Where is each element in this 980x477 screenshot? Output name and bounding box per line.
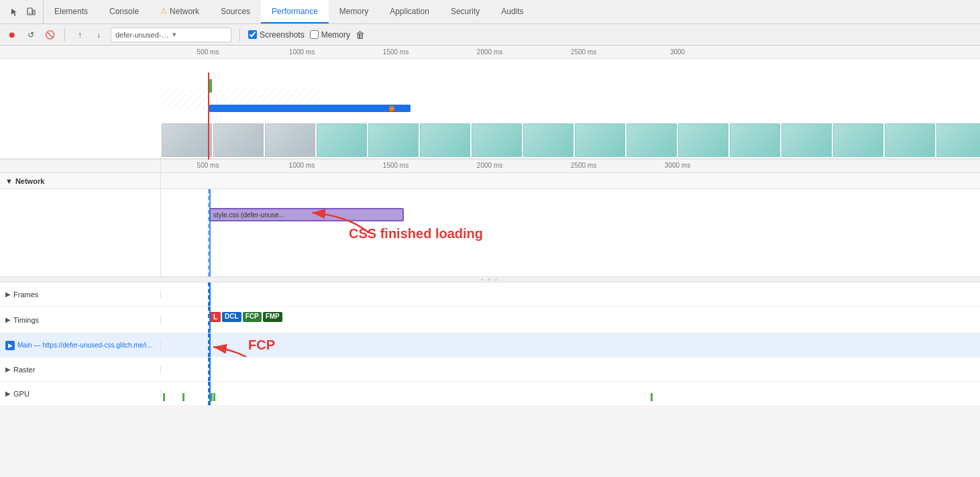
network-content: style.css (defer-unuse... CSS finishe xyxy=(0,189,980,276)
refresh-record-button[interactable]: ↺ xyxy=(24,28,38,42)
timings-blue-line xyxy=(209,307,211,333)
url-dropdown[interactable]: defer-unused-css.glitch.... ▾ xyxy=(111,28,231,42)
gpu-tick-5 xyxy=(651,393,653,401)
overview-time-ruler: 500 ms 1000 ms 1500 ms 2000 ms 2500 ms 3… xyxy=(0,46,980,59)
screenshot-thumb xyxy=(368,123,419,157)
tab-bar: Elements Console ⚠ Network Sources Perfo… xyxy=(0,0,980,24)
chevron-down-icon: ▾ xyxy=(172,30,227,39)
time-mark-2000: 2000 ms xyxy=(477,48,502,56)
network-left-panel xyxy=(0,189,161,276)
time-mark-2500: 2500 ms xyxy=(571,48,596,56)
detail-time-mark-1000: 1000 ms xyxy=(289,162,315,169)
gpu-tick-2 xyxy=(182,393,184,401)
orange-marker xyxy=(389,106,394,111)
stop-button[interactable]: 🚫 xyxy=(43,28,56,42)
detail-time-mark-500: 500 ms xyxy=(197,162,219,169)
tab-network[interactable]: ⚠ Network xyxy=(150,0,210,23)
overview-panel: 500 ms 1000 ms 1500 ms 2000 ms 2500 ms 3… xyxy=(0,46,980,160)
screenshot-thumb xyxy=(936,123,980,157)
frames-track: ▶ Frames xyxy=(0,282,980,307)
screenshot-thumb xyxy=(162,123,212,157)
frames-blue-line xyxy=(209,282,211,306)
network-right-panel: style.css (defer-unuse... CSS finishe xyxy=(161,189,980,276)
main-content: FCP xyxy=(161,333,980,357)
screenshot-thumb xyxy=(420,123,470,157)
raster-expand-icon[interactable]: ▶ xyxy=(5,366,11,373)
time-mark-3000: 3000 xyxy=(670,48,685,56)
detail-time-mark-1500: 1500 ms xyxy=(383,162,409,169)
download-button[interactable]: ↓ xyxy=(92,28,105,42)
svg-rect-4 xyxy=(161,89,322,109)
screenshot-thumb xyxy=(523,123,574,157)
tab-performance[interactable]: Performance xyxy=(261,0,329,23)
screenshot-thumb xyxy=(213,123,264,157)
main-label: ▶ Main — https://defer-unused-css.glitch… xyxy=(0,341,161,350)
gpu-label: ▶ GPU xyxy=(0,390,161,398)
raster-track: ▶ Raster xyxy=(0,358,980,382)
separator-2 xyxy=(239,28,240,42)
upload-button[interactable]: ↑ xyxy=(73,28,87,42)
screenshots-checkbox-label[interactable]: Screenshots xyxy=(248,30,305,40)
memory-checkbox[interactable] xyxy=(310,30,319,39)
selection-line xyxy=(209,189,211,276)
svg-rect-1 xyxy=(33,10,35,15)
tab-elements[interactable]: Elements xyxy=(44,0,99,23)
screenshots-checkbox[interactable] xyxy=(248,30,257,39)
resize-handle[interactable]: • • • xyxy=(0,276,980,282)
time-mark-500: 500 ms xyxy=(197,48,219,56)
cursor-icon[interactable] xyxy=(8,5,21,19)
gpu-content xyxy=(161,382,980,405)
screenshot-thumb xyxy=(627,123,677,157)
timings-track: ▶ Timings L DCL FCP FMP xyxy=(0,307,980,333)
network-section-header: ▼ Network xyxy=(0,173,980,189)
screenshot-thumb xyxy=(317,123,367,157)
gpu-tick-1 xyxy=(163,393,165,401)
badge-DCL: DCL xyxy=(222,312,241,322)
tab-memory[interactable]: Memory xyxy=(329,0,379,23)
device-icon[interactable] xyxy=(24,5,38,19)
detail-area: 500 ms 1000 ms 1500 ms 2000 ms 2500 ms 3… xyxy=(0,160,980,406)
warning-icon: ⚠ xyxy=(160,7,167,15)
raster-label: ▶ Raster xyxy=(0,366,161,374)
tab-audits[interactable]: Audits xyxy=(490,0,534,23)
gpu-blue-line xyxy=(209,382,211,405)
gpu-tick-3 xyxy=(211,393,213,401)
raster-content xyxy=(161,358,980,381)
screenshot-thumb xyxy=(781,123,832,157)
clear-button[interactable]: 🗑 xyxy=(356,30,365,40)
raster-blue-line xyxy=(209,358,211,381)
detail-time-mark-3000: 3000 ms xyxy=(665,162,690,169)
main-play-icon: ▶ xyxy=(5,341,15,350)
screenshot-thumb xyxy=(885,123,935,157)
tab-console[interactable]: Console xyxy=(99,0,150,23)
gpu-track: ▶ GPU xyxy=(0,382,980,406)
gpu-expand-icon[interactable]: ▶ xyxy=(5,390,11,397)
timings-content: L DCL FCP FMP xyxy=(161,307,980,333)
css-annotation xyxy=(295,196,376,238)
gpu-tick-4 xyxy=(213,393,215,401)
timings-label: ▶ Timings xyxy=(0,316,161,324)
memory-checkbox-label[interactable]: Memory xyxy=(310,30,350,40)
screenshots-strip xyxy=(161,123,980,160)
time-mark-1500: 1500 ms xyxy=(383,48,409,56)
devtools-icons xyxy=(3,0,44,23)
main-track: ▶ Main — https://defer-unused-css.glitch… xyxy=(0,333,980,358)
screenshot-thumb xyxy=(575,123,625,157)
separator-1 xyxy=(64,28,65,42)
record-button[interactable]: ⏺ xyxy=(5,28,19,42)
red-marker-line xyxy=(208,72,209,160)
performance-toolbar: ⏺ ↺ 🚫 ↑ ↓ defer-unused-css.glitch.... ▾ … xyxy=(0,24,980,46)
tab-security[interactable]: Security xyxy=(440,0,490,23)
badge-FMP: FMP xyxy=(263,312,282,322)
frames-expand-icon[interactable]: ▶ xyxy=(5,290,11,298)
frames-content xyxy=(161,282,980,306)
overview-tracks xyxy=(0,59,980,160)
network-expand-arrow[interactable]: ▼ xyxy=(5,177,13,185)
tab-application[interactable]: Application xyxy=(379,0,440,23)
detail-time-ruler: 500 ms 1000 ms 1500 ms 2000 ms 2500 ms 3… xyxy=(0,160,980,173)
timings-expand-icon[interactable]: ▶ xyxy=(5,316,11,323)
fcp-arrow-annotation xyxy=(210,335,277,357)
tab-sources[interactable]: Sources xyxy=(210,0,261,23)
detail-time-mark-2000: 2000 ms xyxy=(477,162,502,169)
screenshot-thumb xyxy=(265,123,315,157)
